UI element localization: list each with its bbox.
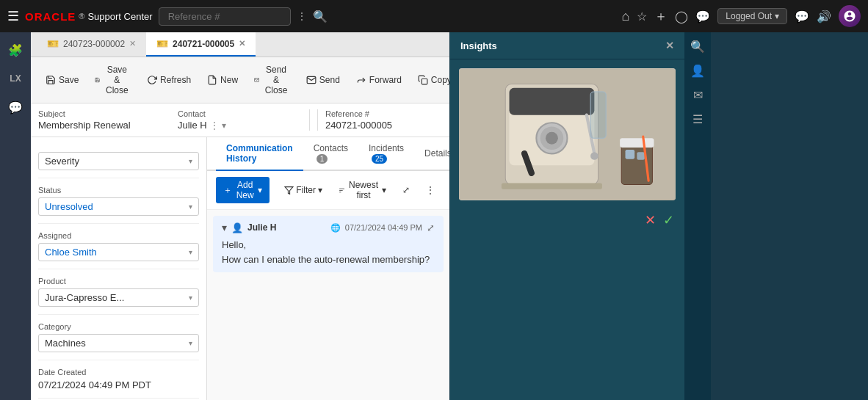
category-label: Category: [38, 322, 199, 331]
contact-row: Julie H ⋮ ▾: [178, 120, 302, 131]
plus-icon: ＋: [223, 184, 232, 197]
filter-button[interactable]: Filter ▾: [278, 182, 328, 198]
status-label: Status: [38, 186, 199, 194]
sort-button[interactable]: Newest first ▾: [333, 177, 392, 203]
hamburger-icon[interactable]: ☰: [7, 8, 19, 24]
send-close-label: Send & Close: [262, 65, 290, 95]
ref-label: Reference #: [325, 109, 442, 118]
sidebar-puzzle-icon[interactable]: 🧩: [4, 38, 27, 62]
expand-button[interactable]: ⤢: [397, 182, 416, 198]
tab-contacts[interactable]: Contacts 1: [303, 137, 358, 171]
send-button[interactable]: Send: [299, 72, 347, 88]
severity-label: Severity: [45, 156, 79, 167]
chat-bubble-icon[interactable]: ◯: [675, 10, 688, 23]
assigned-value: Chloe Smith: [45, 247, 97, 258]
insights-panel-container: Insights ✕: [449, 32, 868, 400]
assigned-select[interactable]: Chloe Smith ▾: [38, 243, 199, 261]
svg-point-14: [590, 152, 598, 160]
send-label: Send: [319, 75, 340, 85]
new-button[interactable]: New: [200, 72, 245, 88]
comm-history-label: Communication History: [226, 143, 293, 164]
message-action-icon[interactable]: ⤢: [427, 222, 435, 233]
home-icon[interactable]: ⌂: [621, 9, 629, 24]
insights-header-actions: ✕: [665, 40, 674, 51]
insights-accept-icon[interactable]: ✓: [663, 212, 674, 228]
forward-button[interactable]: Forward: [349, 72, 409, 88]
star-icon[interactable]: ☆: [637, 10, 647, 23]
insights-right-sidebar: 🔍 👤 ✉ ☰: [684, 32, 711, 400]
save-close-button[interactable]: Save & Close: [87, 62, 138, 98]
add-new-button[interactable]: ＋ Add New ▾: [216, 177, 270, 203]
main-layout: 🧩 LX 💬 🎫 240723-000002 ✕ 🎫 240721-000005…: [0, 32, 868, 400]
insights-image-area: [450, 59, 684, 209]
add-new-label: Add New: [234, 180, 256, 200]
message-expand-icon[interactable]: ▾: [222, 222, 227, 233]
notifications-icon[interactable]: 💬: [795, 10, 809, 23]
send-close-button[interactable]: Send & Close: [247, 62, 297, 98]
globe-icon: 🌐: [330, 223, 341, 233]
category-select[interactable]: Machines ▾: [38, 334, 199, 352]
nav-icons: ⌂ ☆ ＋ ◯ 💬 Logged Out ▾ 💬 🔊: [621, 5, 861, 27]
contacts-label: Contacts: [314, 143, 348, 153]
reference-field: Reference # 240721-000005: [317, 109, 442, 131]
insights-list-icon[interactable]: ☰: [692, 112, 703, 126]
content-area: 🎫 240723-000002 ✕ 🎫 240721-000005 ✕ Save…: [31, 32, 449, 400]
status-select[interactable]: Unresolved ▾: [38, 197, 199, 216]
contact-more-icon[interactable]: ⋮: [210, 120, 219, 131]
category-value: Machines: [45, 338, 86, 349]
toolbar: Save Save & Close Refresh New Send & Clo…: [31, 57, 449, 103]
insights-close-icon[interactable]: ✕: [665, 40, 674, 51]
message-icon[interactable]: 💬: [695, 10, 710, 23]
left-sidebar: 🧩 LX 💬: [0, 32, 31, 400]
tab-communication-history[interactable]: Communication History: [216, 137, 303, 171]
tab-close-icon-2[interactable]: ✕: [239, 39, 245, 48]
save-close-label: Save & Close: [104, 65, 131, 95]
tab-240723-000002[interactable]: 🎫 240723-000002 ✕: [37, 32, 146, 57]
sidebar-lx-item[interactable]: LX: [10, 73, 21, 84]
insights-panel: Insights ✕: [449, 32, 684, 400]
plus-icon[interactable]: ＋: [654, 7, 668, 25]
tab-240721-000005[interactable]: 🎫 240721-000005 ✕: [146, 32, 256, 57]
refresh-button[interactable]: Refresh: [140, 72, 198, 88]
ref-value: 240721-000005: [325, 120, 442, 131]
incidents-badge: 25: [372, 154, 387, 164]
sort-dropdown-icon: ▾: [382, 185, 386, 195]
messages-area: ▾ 👤 Julie H 🌐 07/21/2024 04:49 PM ⤢: [207, 210, 449, 400]
reference-search-input[interactable]: [159, 7, 291, 26]
logged-out-label: Logged Out: [726, 11, 772, 21]
insights-search-icon[interactable]: 🔍: [690, 40, 705, 54]
volume-icon[interactable]: 🔊: [817, 10, 831, 23]
subject-value: Membership Renewal: [38, 120, 170, 131]
svg-rect-21: [502, 183, 602, 189]
contact-dropdown-icon[interactable]: ▾: [222, 120, 226, 131]
tab-details[interactable]: Details: [414, 142, 449, 166]
add-new-dropdown-icon[interactable]: ▾: [258, 185, 262, 195]
search-icon[interactable]: 🔍: [313, 10, 328, 23]
header-row: Subject Membership Renewal Contact Julie…: [31, 103, 449, 137]
assigned-caret-icon: ▾: [189, 248, 192, 256]
subject-label: Subject: [38, 109, 170, 118]
app-logo: ORACLE ® Support Center: [25, 10, 153, 23]
filter-dropdown-icon: ▾: [318, 185, 322, 195]
tab-close-icon[interactable]: ✕: [129, 39, 136, 48]
insights-email-icon[interactable]: ✉: [693, 88, 703, 102]
message-row: ▾ 👤 Julie H 🌐 07/21/2024 04:49 PM ⤢: [213, 216, 444, 272]
save-button[interactable]: Save: [38, 72, 86, 88]
severity-caret-icon: ▾: [189, 157, 192, 165]
user-avatar[interactable]: [839, 5, 861, 27]
insights-agent-icon[interactable]: 👤: [690, 64, 705, 78]
insights-reject-icon[interactable]: ✕: [645, 212, 656, 228]
tab-incidents[interactable]: Incidents 25: [358, 137, 414, 171]
svg-rect-15: [590, 92, 606, 138]
logged-out-button[interactable]: Logged Out ▾: [717, 8, 787, 24]
more-options-button[interactable]: ⋮: [420, 182, 441, 198]
severity-select[interactable]: Severity ▾: [38, 152, 199, 170]
product-select[interactable]: Jura-Capresso E... ▾: [38, 288, 199, 307]
more-icon: ⋮: [426, 185, 435, 195]
copy-button[interactable]: Copy: [411, 72, 449, 88]
contact-field: Contact Julie H ⋮ ▾: [178, 109, 310, 131]
left-fields-panel: Severity ▾ Status Unresolved ▾: [31, 137, 207, 400]
kebab-menu-icon[interactable]: ⋮: [297, 10, 307, 22]
sidebar-lx-label: LX: [10, 73, 21, 84]
sidebar-chat-icon[interactable]: 💬: [4, 95, 27, 119]
